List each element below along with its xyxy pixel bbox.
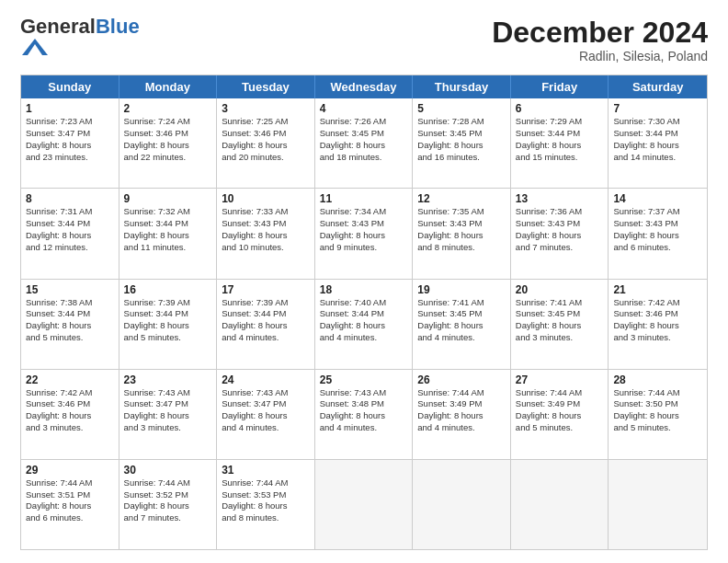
day-number: 5 [417,102,506,115]
calendar-day-14: 14Sunrise: 7:37 AM Sunset: 3:43 PM Dayli… [609,189,707,278]
title-block: December 2024 Radlin, Silesia, Poland [492,17,708,63]
calendar-day-4: 4Sunrise: 7:26 AM Sunset: 3:45 PM Daylig… [315,98,414,188]
calendar-day-6: 6Sunrise: 7:29 AM Sunset: 3:44 PM Daylig… [511,98,609,188]
day-number: 4 [320,102,408,115]
day-info: Sunrise: 7:43 AM Sunset: 3:47 PM Dayligh… [222,387,310,434]
day-number: 22 [26,373,114,386]
calendar-day-22: 22Sunrise: 7:42 AM Sunset: 3:46 PM Dayli… [21,370,119,459]
calendar-header: SundayMondayTuesdayWednesdayThursdayFrid… [21,75,707,98]
calendar-day-3: 3Sunrise: 7:25 AM Sunset: 3:46 PM Daylig… [217,98,315,188]
calendar-day-11: 11Sunrise: 7:34 AM Sunset: 3:43 PM Dayli… [315,189,414,278]
day-number: 24 [222,373,310,386]
day-info: Sunrise: 7:41 AM Sunset: 3:45 PM Dayligh… [516,297,604,344]
calendar-day-25: 25Sunrise: 7:43 AM Sunset: 3:48 PM Dayli… [315,370,414,459]
day-info: Sunrise: 7:34 AM Sunset: 3:43 PM Dayligh… [320,206,408,253]
day-info: Sunrise: 7:44 AM Sunset: 3:53 PM Dayligh… [222,477,310,524]
calendar-day-12: 12Sunrise: 7:35 AM Sunset: 3:43 PM Dayli… [413,189,511,278]
day-info: Sunrise: 7:44 AM Sunset: 3:50 PM Dayligh… [613,387,702,434]
day-info: Sunrise: 7:26 AM Sunset: 3:45 PM Dayligh… [320,116,408,163]
day-number: 26 [417,373,506,386]
day-number: 15 [26,283,114,296]
calendar-day-7: 7Sunrise: 7:30 AM Sunset: 3:44 PM Daylig… [609,98,707,188]
day-number: 16 [124,283,212,296]
calendar-day-23: 23Sunrise: 7:43 AM Sunset: 3:47 PM Dayli… [119,370,218,459]
calendar-day-26: 26Sunrise: 7:44 AM Sunset: 3:49 PM Dayli… [413,370,511,459]
header-day-saturday: Saturday [609,75,707,98]
calendar-day-15: 15Sunrise: 7:38 AM Sunset: 3:44 PM Dayli… [21,280,119,369]
day-info: Sunrise: 7:25 AM Sunset: 3:46 PM Dayligh… [222,116,310,163]
calendar-day-17: 17Sunrise: 7:39 AM Sunset: 3:44 PM Dayli… [217,280,315,369]
calendar-week-5: 29Sunrise: 7:44 AM Sunset: 3:51 PM Dayli… [21,459,707,549]
header-day-tuesday: Tuesday [217,75,315,98]
header-day-monday: Monday [119,75,218,98]
calendar-day-13: 13Sunrise: 7:36 AM Sunset: 3:43 PM Dayli… [511,189,609,278]
day-info: Sunrise: 7:32 AM Sunset: 3:44 PM Dayligh… [124,206,212,253]
day-number: 18 [320,283,408,296]
day-info: Sunrise: 7:42 AM Sunset: 3:46 PM Dayligh… [613,297,702,344]
day-number: 31 [222,464,310,477]
day-info: Sunrise: 7:24 AM Sunset: 3:46 PM Dayligh… [124,116,212,163]
day-info: Sunrise: 7:41 AM Sunset: 3:45 PM Dayligh… [417,297,506,344]
logo-blue: Blue [96,15,140,38]
calendar-day-31: 31Sunrise: 7:44 AM Sunset: 3:53 PM Dayli… [217,460,315,549]
header-day-friday: Friday [511,75,609,98]
day-number: 20 [516,283,604,296]
calendar-week-3: 15Sunrise: 7:38 AM Sunset: 3:44 PM Dayli… [21,279,707,369]
calendar: SundayMondayTuesdayWednesdayThursdayFrid… [20,75,708,550]
calendar-day-10: 10Sunrise: 7:33 AM Sunset: 3:43 PM Dayli… [217,189,315,278]
day-number: 2 [124,102,212,115]
day-number: 21 [613,283,702,296]
day-info: Sunrise: 7:23 AM Sunset: 3:47 PM Dayligh… [26,116,114,163]
calendar-week-1: 1Sunrise: 7:23 AM Sunset: 3:47 PM Daylig… [21,98,707,188]
calendar-day-empty-4-4 [413,460,511,549]
day-number: 7 [613,102,702,115]
calendar-day-empty-4-3 [315,460,414,549]
logo-icon [22,37,48,57]
calendar-day-16: 16Sunrise: 7:39 AM Sunset: 3:44 PM Dayli… [119,280,218,369]
header-day-sunday: Sunday [21,75,119,98]
day-number: 19 [417,283,506,296]
month-year-title: December 2024 [492,17,708,49]
calendar-day-empty-4-5 [511,460,609,549]
day-info: Sunrise: 7:39 AM Sunset: 3:44 PM Dayligh… [124,297,212,344]
calendar-day-2: 2Sunrise: 7:24 AM Sunset: 3:46 PM Daylig… [119,98,218,188]
calendar-day-empty-4-6 [609,460,707,549]
day-info: Sunrise: 7:44 AM Sunset: 3:49 PM Dayligh… [516,387,604,434]
calendar-day-27: 27Sunrise: 7:44 AM Sunset: 3:49 PM Dayli… [511,370,609,459]
calendar-day-1: 1Sunrise: 7:23 AM Sunset: 3:47 PM Daylig… [21,98,119,188]
day-info: Sunrise: 7:36 AM Sunset: 3:43 PM Dayligh… [516,206,604,253]
calendar-day-18: 18Sunrise: 7:40 AM Sunset: 3:44 PM Dayli… [315,280,414,369]
logo: GeneralBlue [20,17,140,61]
day-number: 27 [516,373,604,386]
day-number: 6 [516,102,604,115]
logo-general: General [20,15,96,38]
day-info: Sunrise: 7:40 AM Sunset: 3:44 PM Dayligh… [320,297,408,344]
day-info: Sunrise: 7:39 AM Sunset: 3:44 PM Dayligh… [222,297,310,344]
day-info: Sunrise: 7:28 AM Sunset: 3:45 PM Dayligh… [417,116,506,163]
day-number: 17 [222,283,310,296]
calendar-day-19: 19Sunrise: 7:41 AM Sunset: 3:45 PM Dayli… [413,280,511,369]
day-number: 13 [516,192,604,205]
location-subtitle: Radlin, Silesia, Poland [492,49,708,63]
day-info: Sunrise: 7:37 AM Sunset: 3:43 PM Dayligh… [613,206,702,253]
day-number: 3 [222,102,310,115]
day-info: Sunrise: 7:30 AM Sunset: 3:44 PM Dayligh… [613,116,702,163]
calendar-day-20: 20Sunrise: 7:41 AM Sunset: 3:45 PM Dayli… [511,280,609,369]
calendar-day-21: 21Sunrise: 7:42 AM Sunset: 3:46 PM Dayli… [609,280,707,369]
day-number: 10 [222,192,310,205]
day-number: 9 [124,192,212,205]
calendar-body: 1Sunrise: 7:23 AM Sunset: 3:47 PM Daylig… [21,98,707,549]
day-info: Sunrise: 7:44 AM Sunset: 3:51 PM Dayligh… [26,477,114,524]
day-info: Sunrise: 7:31 AM Sunset: 3:44 PM Dayligh… [26,206,114,253]
calendar-day-9: 9Sunrise: 7:32 AM Sunset: 3:44 PM Daylig… [119,189,218,278]
day-info: Sunrise: 7:29 AM Sunset: 3:44 PM Dayligh… [516,116,604,163]
calendar-day-24: 24Sunrise: 7:43 AM Sunset: 3:47 PM Dayli… [217,370,315,459]
day-number: 12 [417,192,506,205]
calendar-week-2: 8Sunrise: 7:31 AM Sunset: 3:44 PM Daylig… [21,188,707,278]
day-info: Sunrise: 7:43 AM Sunset: 3:48 PM Dayligh… [320,387,408,434]
header-day-wednesday: Wednesday [315,75,414,98]
calendar-week-4: 22Sunrise: 7:42 AM Sunset: 3:46 PM Dayli… [21,369,707,459]
calendar-day-5: 5Sunrise: 7:28 AM Sunset: 3:45 PM Daylig… [413,98,511,188]
day-number: 25 [320,373,408,386]
day-number: 29 [26,464,114,477]
